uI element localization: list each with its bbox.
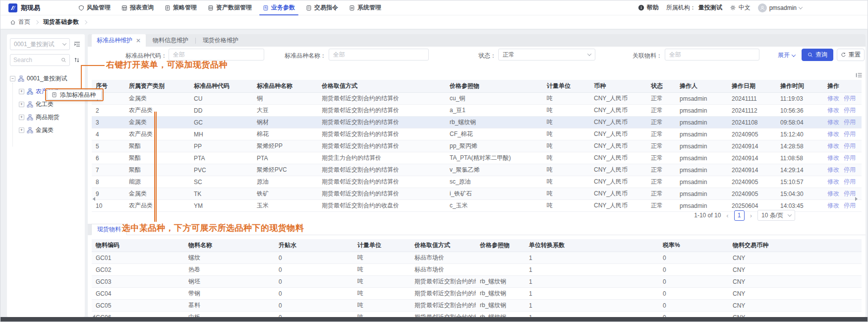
close-icon[interactable]: ✕ [136,38,141,44]
table-cell: 11:19:03 [776,93,823,105]
disable-link[interactable]: 停用 [844,95,856,102]
edit-link[interactable]: 修改 [827,107,839,114]
table-row[interactable]: 9金属类TK铁矿期货最邻近交割合约的结算价i_铁矿石吨CNY_人民币正常pmsa… [92,188,862,200]
expand-filters-link[interactable]: 展开 [778,51,795,60]
tree-node-label: 0001_量投测试 [27,74,67,83]
tree-node-commodity-futures[interactable]: 商品期货 [10,111,82,124]
table-row[interactable]: 5聚酯PP聚烯烃PP期货最邻近交割合约的结算价pp_聚丙烯吨CNY_人民币正常p… [92,140,862,152]
main-panel: 标准品种维护 ✕ 物料信息维护 现货价格维护 标准品种代码： 标准品种名称： 状… [88,34,866,317]
disable-link[interactable]: 停用 [844,190,856,197]
edit-link[interactable]: 修改 [827,95,839,102]
edit-link[interactable]: 修改 [827,178,839,185]
nav-strategy-management[interactable]: 策略管理 [159,0,202,15]
tree-collapse-icon[interactable] [72,39,82,50]
edit-link[interactable]: 修改 [827,166,839,173]
disable-link[interactable]: 停用 [844,166,856,173]
table-row[interactable]: GC03钢坯0吨期货最邻近交割合约的结算价rb_螺纹钢10CNY [92,276,862,288]
table-row[interactable]: GC05基料0吨期货最邻近交割合约的结算价rb_螺纹钢10CNY [92,300,862,312]
edit-link[interactable]: 修改 [827,202,839,209]
edit-link[interactable]: 修改 [827,119,839,126]
username: pmsadmin [769,4,797,11]
tree-node-metal[interactable]: 金属类 [10,124,82,136]
table-cell: 0 [275,264,353,276]
nav-asset-data-management[interactable]: 资产数据管理 [202,0,257,15]
tree-search-input[interactable] [13,57,61,64]
nav-system-management[interactable]: 系统管理 [344,0,387,15]
disable-link[interactable]: 停用 [844,130,856,137]
status-select[interactable]: 正常 [498,49,595,61]
language-switcher[interactable]: 中文 [730,3,751,12]
disable-link[interactable]: 停用 [844,142,856,149]
org-select[interactable]: 0001_量投测试 [10,38,70,50]
related-material-input[interactable] [665,49,759,61]
tree-node-root[interactable]: 0001_量投测试 [10,72,82,85]
table-cell: 15:10:57 [776,176,823,188]
table-cell: 聚酯 [125,164,190,176]
avatar [758,3,767,12]
table-row[interactable]: GC01螺纹0吨标品市场价10CNY [92,252,862,264]
disable-link[interactable]: 停用 [844,178,856,185]
table-row[interactable]: 8能源SC原油期货最邻近交割合约的结算价sc_原油吨CNY_人民币正常pmsad… [92,176,862,188]
app-logo[interactable]: 期现易 [8,3,40,12]
help-button[interactable]: 帮助 [638,3,659,12]
column-header: 物料名称 [184,239,275,252]
edit-link[interactable]: 修改 [827,142,839,149]
nav-business-params[interactable]: 业务参数 [257,0,300,15]
collapse-icon[interactable] [10,76,15,81]
page-size-select[interactable]: 10 条/页 [757,210,795,221]
expand-icon[interactable] [19,89,24,94]
table-row[interactable]: GC04带钢0吨期货最邻近交割合约的结算价rb_螺纹钢10CNY [92,288,862,300]
table-cell: 15:04:30 [776,188,823,200]
annotation-callout-box [45,88,104,101]
disable-link[interactable]: 停用 [844,154,856,161]
table-row[interactable]: 7聚酯PVC聚烯烃PVC期货最邻近交割合约的结算价v_聚氯乙烯吨CNY_人民币正… [92,164,862,176]
nav-report-query[interactable]: 报表查询 [116,0,159,15]
column-header: 计量单位 [353,239,410,252]
breadcrumb-home[interactable]: 首页 [10,18,30,26]
table-row[interactable]: 3金属类GC钢材期货最邻近交割合约的结算价rb_螺纹钢吨CNY_人民币正常pms… [92,117,862,129]
disable-link[interactable]: 停用 [844,107,856,114]
table-row[interactable]: 6聚酯PTAPTA期货主力合约的结算价TA_PTA(精对苯二甲酸)吨CNY_人民… [92,152,862,164]
table-row[interactable]: 4农产品类MH棉花期货最邻近交割合约的结算价CF_棉花吨CNY_人民币正常pms… [92,129,862,140]
variety-name-input[interactable] [329,49,429,61]
expand-icon[interactable] [19,128,24,133]
table-cell: DD [190,105,253,117]
table-cell: 1 [525,252,659,264]
user-menu[interactable]: pmsadmin [758,3,802,12]
expand-icon[interactable] [19,115,24,120]
column-header: 单位转换系数 [525,239,659,252]
column-header: 价格取值方式 [410,239,476,252]
table-cell: 吨 [353,300,410,312]
search-button[interactable]: 查询 [802,49,833,61]
nav-trade-command[interactable]: 交易指令 [300,0,344,15]
scroll-right-icon[interactable] [855,197,858,201]
search-icon[interactable] [61,57,66,63]
next-page-button[interactable]: › [749,212,753,219]
table-cell: 聚烯烃PVC [253,164,318,176]
table-cell: 10:56:36 [776,105,823,117]
edit-link[interactable]: 修改 [827,190,839,197]
expand-icon[interactable] [19,102,24,107]
table-cell: 吨 [353,288,410,300]
disable-link[interactable]: 停用 [844,119,856,126]
tab-material-info[interactable]: 物料信息维护 [146,34,195,47]
table-cell: 正常 [647,200,676,212]
edit-link[interactable]: 修改 [827,154,839,161]
column-settings-icon[interactable] [856,72,863,80]
table-row[interactable]: 2农产品类DD大豆期货最邻近交割合约的结算价a_豆1吨CNY_人民币正常pmsa… [92,105,862,117]
scroll-left-icon[interactable] [93,197,95,201]
table-cell: 2 [92,105,125,117]
tab-spot-price[interactable]: 现货价格维护 [196,34,245,47]
reset-button[interactable]: 重置 [837,49,865,61]
table-cell: CNY_人民币 [590,140,647,152]
sitemap-icon [27,114,33,121]
table-row[interactable]: GC02热卷0吨标品市场价10CNY [92,264,862,276]
table-row[interactable]: 1金属类CU铜期货最邻近交割合约的结算价cu_铜吨CNY_人民币正常pmsadm… [92,93,862,105]
page-number-button[interactable]: 1 [734,210,745,221]
nav-risk-management[interactable]: 风险管理 [73,0,116,15]
tab-standard-variety[interactable]: 标准品种维护 ✕ [92,34,146,47]
prev-page-button[interactable]: ‹ [725,212,729,219]
expand-levels-icon[interactable] [72,55,82,65]
disable-link[interactable]: 停用 [844,202,856,209]
edit-link[interactable]: 修改 [827,130,839,137]
